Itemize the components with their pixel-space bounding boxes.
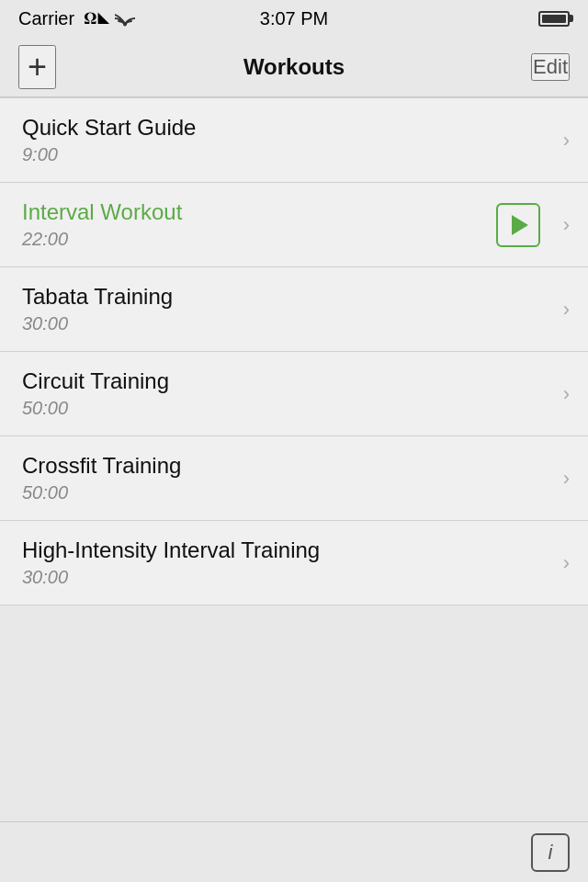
battery-fill <box>542 15 566 23</box>
play-icon <box>512 215 528 235</box>
play-button[interactable] <box>496 203 540 247</box>
workout-duration: 9:00 <box>22 144 542 165</box>
carrier-label: Carrier <box>18 8 74 29</box>
page-title: Workouts <box>243 54 345 80</box>
chevron-right-icon: › <box>563 467 570 491</box>
battery-icon <box>538 11 570 27</box>
chevron-right-icon: › <box>563 129 570 153</box>
chevron-right-icon: › <box>563 213 570 237</box>
workout-item-interval-workout[interactable]: Interval Workout22:00› <box>0 183 588 267</box>
workout-item-hiit[interactable]: High-Intensity Interval Training30:00› <box>0 521 588 605</box>
nav-bar: + Workouts Edit <box>0 37 588 97</box>
workout-name: Tabata Training <box>22 284 542 310</box>
workout-name: Interval Workout <box>22 199 542 225</box>
info-button[interactable]: i <box>531 833 570 872</box>
workout-duration: 30:00 <box>22 567 542 588</box>
status-time: 3:07 PM <box>260 8 328 29</box>
workout-item-crossfit-training[interactable]: Crossfit Training50:00› <box>0 436 588 521</box>
add-workout-button[interactable]: + <box>18 45 56 89</box>
status-bar: Carrier 𝛀◣ 3:07 PM <box>0 0 588 37</box>
workout-duration: 50:00 <box>22 398 542 419</box>
workout-item-circuit-training[interactable]: Circuit Training50:00› <box>0 352 588 436</box>
footer: i <box>0 821 588 882</box>
svg-point-0 <box>123 22 127 26</box>
workout-name: Crossfit Training <box>22 453 542 479</box>
info-icon: i <box>548 841 553 865</box>
chevron-right-icon: › <box>563 382 570 406</box>
workout-item-quick-start[interactable]: Quick Start Guide9:00› <box>0 97 588 183</box>
workout-list: Quick Start Guide9:00›Interval Workout22… <box>0 97 588 605</box>
workout-duration: 22:00 <box>22 229 542 250</box>
workout-name: High-Intensity Interval Training <box>22 537 542 563</box>
edit-button[interactable]: Edit <box>531 53 570 81</box>
workout-duration: 30:00 <box>22 313 542 334</box>
status-left: Carrier 𝛀◣ <box>18 8 135 29</box>
workout-name: Quick Start Guide <box>22 115 542 141</box>
workout-item-tabata-training[interactable]: Tabata Training30:00› <box>0 267 588 352</box>
workout-duration: 50:00 <box>22 482 542 503</box>
chevron-right-icon: › <box>563 551 570 575</box>
chevron-right-icon: › <box>563 298 570 322</box>
status-right <box>538 11 570 27</box>
workout-name: Circuit Training <box>22 368 542 394</box>
wifi-icon: 𝛀◣ <box>84 9 135 28</box>
